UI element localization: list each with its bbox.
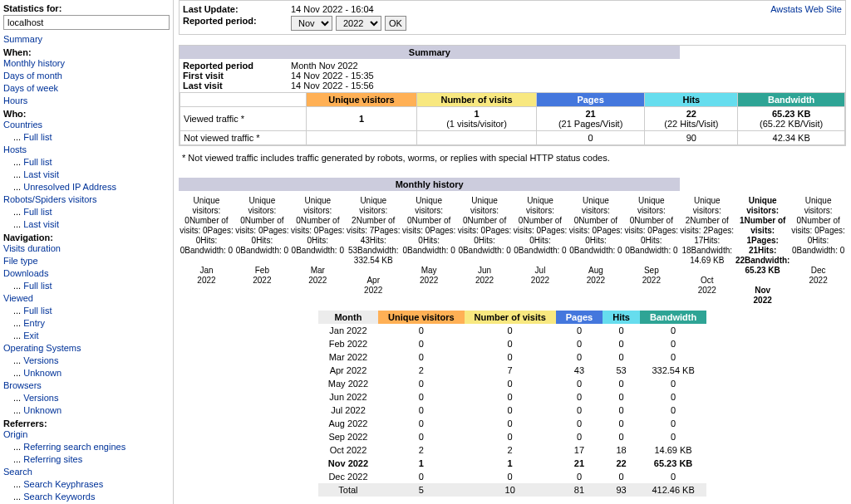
month-col: Unique visitors: 0Number of visits: 0Pag… [234, 196, 290, 306]
month-col: Unique visitors: 0Number of visits: 0Pag… [623, 196, 679, 306]
main-content: Last Update: 14 Nov 2022 - 16:04 Reporte… [174, 0, 851, 504]
summary-last-visit-label: Last visit [183, 81, 291, 91]
sidebar-item-visits-duration[interactable]: Visits duration [3, 243, 61, 253]
mt-hdr-ht: Hits [603, 311, 640, 324]
month-col: Unique visitors: 1Number of visits: 1Pag… [735, 196, 790, 306]
nav-header: Navigation: [3, 232, 170, 242]
hdr-bandwidth: Bandwidth [738, 93, 845, 107]
month-col: Unique visitors: 0Number of visits: 0Pag… [290, 196, 346, 306]
hdr-unique-visitors: Unique visitors [306, 93, 417, 107]
monthly-section: Monthly history Unique visitors: 0Number… [179, 178, 846, 497]
ref-header: Referrers: [3, 418, 170, 428]
summary-reported-value: Month Nov 2022 [291, 61, 358, 71]
sidebar-item-robots-full[interactable]: Full list [23, 207, 52, 217]
sidebar-item-os[interactable]: Operating Systems [3, 343, 81, 353]
table-row: Oct 202222171814.69 KB [318, 443, 706, 457]
month-col: Unique visitors: 2Number of visits: 7Pag… [346, 196, 401, 306]
mt-total-row: Total 5 10 81 93 412.46 KB [318, 483, 706, 497]
last-update-label: Last Update: [183, 4, 291, 14]
month-col: Unique visitors: 0Number of visits: 0Pag… [401, 196, 457, 306]
sidebar-item-monthly-history[interactable]: Monthly history [3, 58, 65, 68]
stats-for-label: Statistics for: [3, 3, 170, 13]
summary-reported-label: Reported period [183, 61, 291, 71]
monthly-band: Unique visitors: 0Number of visits: 0Pag… [179, 196, 846, 306]
sidebar-item-viewed-entry[interactable]: Entry [23, 318, 45, 328]
sidebar-item-search[interactable]: Search [3, 467, 32, 477]
sidebar-item-robots[interactable]: Robots/Spiders visitors [3, 194, 97, 204]
sidebar-item-os-versions[interactable]: Versions [23, 355, 58, 365]
sidebar-item-viewed-exit[interactable]: Exit [23, 330, 38, 340]
sidebar-item-robots-lastvisit[interactable]: Last visit [23, 219, 59, 229]
month-col: Unique visitors: 0Number of visits: 0Pag… [513, 196, 568, 306]
monthly-table: Month Unique visitors Number of visits P… [318, 311, 706, 497]
summary-first-visit-value: 14 Nov 2022 - 15:35 [291, 71, 374, 81]
table-row: Aug 202200000 [318, 417, 706, 430]
who-header: Who: [3, 109, 170, 119]
sidebar-item-unresolved-ip[interactable]: Unresolved IP Address [23, 182, 116, 192]
sidebar-item-viewed-full[interactable]: Full list [23, 306, 52, 316]
ok-button[interactable] [385, 16, 406, 31]
summary-title: Summary [180, 46, 680, 59]
table-row: Jul 202200000 [318, 404, 706, 417]
summary-last-visit-value: 14 Nov 2022 - 15:56 [291, 81, 374, 91]
sidebar-item-origin[interactable]: Origin [3, 429, 27, 439]
month-col: Unique visitors: 0Number of visits: 0Pag… [179, 196, 234, 306]
table-row: May 202200000 [318, 377, 706, 390]
month-col: Unique visitors: 2Number of visits: 2Pag… [679, 196, 735, 306]
mt-hdr-nv: Number of visits [465, 311, 556, 324]
awstats-web-site-link[interactable]: Awstats Web Site [770, 4, 842, 14]
sidebar-item-browsers-unknown[interactable]: Unknown [23, 405, 61, 415]
mt-hdr-bw: Bandwidth [640, 311, 706, 324]
reported-period-label: Reported period: [183, 16, 291, 31]
month-col: Unique visitors: 0Number of visits: 0Pag… [790, 196, 846, 306]
sidebar-item-countries[interactable]: Countries [3, 120, 42, 130]
not-viewed-traffic-row: Not viewed traffic * 0 90 42.34 KB [180, 131, 845, 145]
sidebar-item-downloads[interactable]: Downloads [3, 268, 48, 278]
hdr-number-of-visits: Number of visits [417, 93, 537, 107]
mt-hdr-month: Month [318, 311, 378, 324]
sidebar-item-os-unknown[interactable]: Unknown [23, 368, 61, 378]
last-update-value: 14 Nov 2022 - 16:04 [291, 4, 374, 14]
table-row: Jan 202200000 [318, 324, 706, 337]
viewed-traffic-row: Viewed traffic * 1 1(1 visits/visitor) 2… [180, 107, 845, 131]
mt-hdr-uv: Unique visitors [378, 311, 464, 324]
when-header: When: [3, 47, 170, 57]
sidebar-item-ref-engines[interactable]: Referring search engines [23, 442, 125, 452]
sidebar-item-days-of-month[interactable]: Days of month [3, 71, 62, 81]
month-select[interactable]: Nov [291, 16, 332, 31]
sidebar-item-search-keywords[interactable]: Search Keywords [23, 492, 95, 502]
hdr-pages: Pages [536, 93, 644, 107]
year-select[interactable]: 2022 [336, 16, 381, 31]
summary-table: Unique visitors Number of visits Pages H… [180, 92, 845, 145]
sidebar-item-ref-sites[interactable]: Referring sites [23, 454, 82, 464]
table-row: Jun 202200000 [318, 390, 706, 404]
summary-footnote: * Not viewed traffic includes traffic ge… [179, 149, 846, 166]
sidebar-item-file-type[interactable]: File type [3, 256, 38, 266]
sidebar-item-days-of-week[interactable]: Days of week [3, 83, 58, 93]
sidebar-item-hosts-lastvisit[interactable]: Last visit [23, 169, 59, 179]
table-row: Sep 202200000 [318, 430, 706, 443]
top-box: Last Update: 14 Nov 2022 - 16:04 Reporte… [179, 0, 846, 35]
sidebar-item-hosts[interactable]: Hosts [3, 144, 27, 154]
table-row: Apr 2022274353332.54 KB [318, 364, 706, 377]
mt-hdr-pg: Pages [556, 311, 603, 324]
summary-section: Summary Reported periodMonth Nov 2022 Fi… [179, 45, 846, 146]
sidebar-item-countries-full[interactable]: Full list [23, 132, 52, 142]
sidebar-item-hosts-full[interactable]: Full list [23, 157, 52, 167]
sidebar-item-viewed[interactable]: Viewed [3, 293, 33, 303]
summary-first-visit-label: First visit [183, 71, 291, 81]
table-row: Dec 202200000 [318, 470, 706, 483]
sidebar: Statistics for: localhost Summary When: … [0, 0, 174, 504]
sidebar-item-browsers-versions[interactable]: Versions [23, 393, 58, 403]
hdr-hits: Hits [645, 93, 738, 107]
host-value: localhost [3, 15, 170, 30]
monthly-title: Monthly history [179, 178, 680, 191]
table-row: Nov 202211212265.23 KB [318, 457, 706, 470]
sidebar-item-search-keyphrases[interactable]: Search Keyphrases [23, 479, 103, 489]
sidebar-item-hours[interactable]: Hours [3, 95, 27, 105]
month-col: Unique visitors: 0Number of visits: 0Pag… [568, 196, 623, 306]
table-row: Mar 202200000 [318, 350, 706, 364]
sidebar-item-summary[interactable]: Summary [3, 34, 42, 44]
sidebar-item-browsers[interactable]: Browsers [3, 380, 42, 390]
sidebar-item-downloads-full[interactable]: Full list [23, 281, 52, 291]
